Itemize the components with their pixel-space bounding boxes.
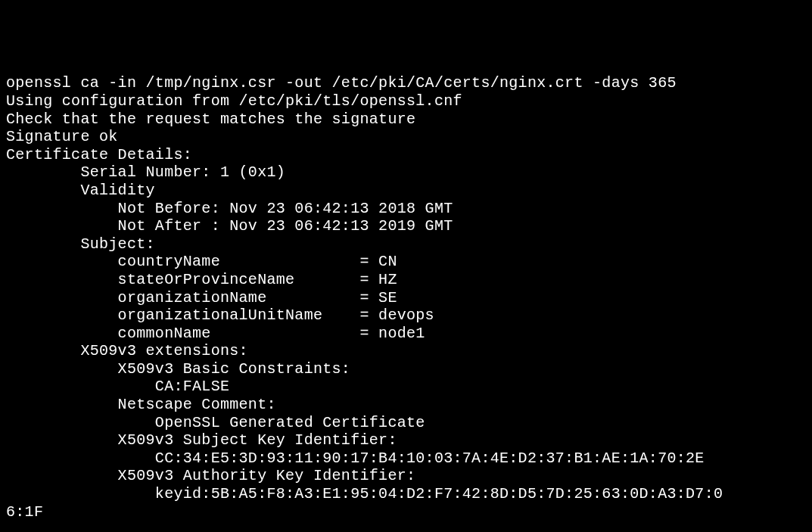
terminal-line: 6:1F [6, 503, 812, 521]
terminal-line: Subject: [6, 235, 812, 254]
terminal-line: Netscape Comment: [6, 396, 812, 414]
terminal-line: countryName = CN [6, 253, 812, 271]
terminal-line: CC:34:E5:3D:93:11:90:17:B4:10:03:7A:4E:D… [6, 450, 812, 468]
terminal-line: openssl ca -in /tmp/nginx.csr -out /etc/… [6, 74, 812, 92]
terminal-line: Not After : Nov 23 06:42:13 2019 GMT [6, 217, 812, 235]
terminal-line [6, 521, 812, 532]
terminal-line: CA:FALSE [6, 378, 812, 396]
terminal-line: X509v3 extensions: [6, 342, 812, 360]
terminal-line: organizationalUnitName = devops [6, 306, 812, 325]
terminal-output[interactable]: openssl ca -in /tmp/nginx.csr -out /etc/… [6, 74, 812, 532]
terminal-line: Certificate Details: [6, 146, 812, 164]
terminal-line: stateOrProvinceName = HZ [6, 271, 812, 289]
terminal-line: X509v3 Subject Key Identifier: [6, 431, 812, 450]
terminal-line: Check that the request matches the signa… [6, 110, 812, 129]
terminal-line: X509v3 Basic Constraints: [6, 360, 812, 378]
terminal-line: organizationName = SE [6, 289, 812, 307]
terminal-line: keyid:5B:A5:F8:A3:E1:95:04:D2:F7:42:8D:D… [6, 485, 812, 503]
terminal-line: commonName = node1 [6, 325, 812, 343]
terminal-line: Serial Number: 1 (0x1) [6, 163, 812, 182]
terminal-line: Using configuration from /etc/pki/tls/op… [6, 92, 812, 110]
terminal-line: X509v3 Authority Key Identifier: [6, 467, 812, 485]
terminal-line: Not Before: Nov 23 06:42:13 2018 GMT [6, 200, 812, 218]
terminal-line: Signature ok [6, 128, 812, 146]
terminal-line: OpenSSL Generated Certificate [6, 414, 812, 432]
terminal-line: Validity [6, 182, 812, 200]
